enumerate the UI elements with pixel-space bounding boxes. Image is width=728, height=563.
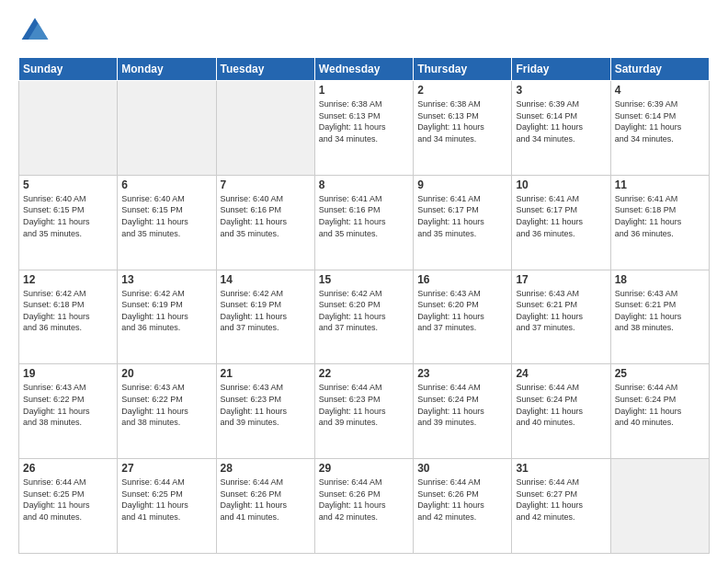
day-info: Sunrise: 6:44 AM Sunset: 6:26 PM Dayligh… xyxy=(319,477,409,523)
calendar-cell: 23Sunrise: 6:44 AM Sunset: 6:24 PM Dayli… xyxy=(414,364,512,459)
day-number: 16 xyxy=(417,273,507,286)
logo-icon xyxy=(18,15,51,48)
calendar-cell: 16Sunrise: 6:43 AM Sunset: 6:20 PM Dayli… xyxy=(414,270,512,364)
calendar-cell: 10Sunrise: 6:41 AM Sunset: 6:17 PM Dayli… xyxy=(512,175,610,270)
calendar-cell: 9Sunrise: 6:41 AM Sunset: 6:17 PM Daylig… xyxy=(414,175,512,270)
day-number: 3 xyxy=(516,84,606,97)
day-number: 19 xyxy=(23,367,113,380)
calendar-cell: 8Sunrise: 6:41 AM Sunset: 6:16 PM Daylig… xyxy=(314,175,413,270)
week-row-2: 5Sunrise: 6:40 AM Sunset: 6:15 PM Daylig… xyxy=(19,175,710,270)
calendar-cell xyxy=(610,459,709,554)
weekday-row: SundayMondayTuesdayWednesdayThursdayFrid… xyxy=(19,58,710,81)
day-info: Sunrise: 6:42 AM Sunset: 6:19 PM Dayligh… xyxy=(221,288,311,334)
calendar-cell: 17Sunrise: 6:43 AM Sunset: 6:21 PM Dayli… xyxy=(512,270,610,364)
day-number: 7 xyxy=(221,178,311,191)
calendar-cell: 30Sunrise: 6:44 AM Sunset: 6:26 PM Dayli… xyxy=(414,459,512,554)
calendar-cell: 27Sunrise: 6:44 AM Sunset: 6:25 PM Dayli… xyxy=(118,459,216,554)
week-row-3: 12Sunrise: 6:42 AM Sunset: 6:18 PM Dayli… xyxy=(19,270,710,364)
week-row-4: 19Sunrise: 6:43 AM Sunset: 6:22 PM Dayli… xyxy=(19,364,710,459)
day-info: Sunrise: 6:40 AM Sunset: 6:15 PM Dayligh… xyxy=(121,193,211,239)
calendar-cell: 13Sunrise: 6:42 AM Sunset: 6:19 PM Dayli… xyxy=(118,270,216,364)
weekday-header-sunday: Sunday xyxy=(19,58,118,81)
day-info: Sunrise: 6:44 AM Sunset: 6:24 PM Dayligh… xyxy=(417,382,507,428)
day-number: 23 xyxy=(417,367,507,380)
calendar-header: SundayMondayTuesdayWednesdayThursdayFrid… xyxy=(19,58,710,81)
weekday-header-thursday: Thursday xyxy=(414,58,512,81)
day-info: Sunrise: 6:42 AM Sunset: 6:18 PM Dayligh… xyxy=(23,288,113,334)
day-info: Sunrise: 6:38 AM Sunset: 6:13 PM Dayligh… xyxy=(417,98,507,144)
day-info: Sunrise: 6:43 AM Sunset: 6:20 PM Dayligh… xyxy=(417,288,507,334)
day-info: Sunrise: 6:39 AM Sunset: 6:14 PM Dayligh… xyxy=(516,98,606,144)
day-number: 25 xyxy=(615,367,705,380)
calendar-cell: 12Sunrise: 6:42 AM Sunset: 6:18 PM Dayli… xyxy=(19,270,118,364)
day-number: 11 xyxy=(615,178,705,191)
day-info: Sunrise: 6:43 AM Sunset: 6:22 PM Dayligh… xyxy=(121,382,211,428)
calendar-cell: 20Sunrise: 6:43 AM Sunset: 6:22 PM Dayli… xyxy=(118,364,216,459)
calendar-cell: 19Sunrise: 6:43 AM Sunset: 6:22 PM Dayli… xyxy=(19,364,118,459)
calendar-cell: 5Sunrise: 6:40 AM Sunset: 6:15 PM Daylig… xyxy=(19,175,118,270)
day-number: 1 xyxy=(319,84,409,97)
calendar-cell: 26Sunrise: 6:44 AM Sunset: 6:25 PM Dayli… xyxy=(19,459,118,554)
day-info: Sunrise: 6:40 AM Sunset: 6:16 PM Dayligh… xyxy=(221,193,311,239)
calendar-table: SundayMondayTuesdayWednesdayThursdayFrid… xyxy=(18,57,710,554)
weekday-header-tuesday: Tuesday xyxy=(216,58,314,81)
day-number: 24 xyxy=(516,367,606,380)
calendar-cell: 22Sunrise: 6:44 AM Sunset: 6:23 PM Dayli… xyxy=(314,364,413,459)
calendar-cell: 29Sunrise: 6:44 AM Sunset: 6:26 PM Dayli… xyxy=(314,459,413,554)
day-number: 31 xyxy=(516,462,606,475)
day-number: 10 xyxy=(516,178,606,191)
day-info: Sunrise: 6:43 AM Sunset: 6:23 PM Dayligh… xyxy=(221,382,311,428)
day-number: 28 xyxy=(221,462,311,475)
day-number: 13 xyxy=(121,273,211,286)
calendar-cell: 2Sunrise: 6:38 AM Sunset: 6:13 PM Daylig… xyxy=(414,81,512,176)
calendar-cell: 21Sunrise: 6:43 AM Sunset: 6:23 PM Dayli… xyxy=(216,364,314,459)
day-number: 18 xyxy=(615,273,705,286)
calendar-cell: 4Sunrise: 6:39 AM Sunset: 6:14 PM Daylig… xyxy=(610,81,709,176)
weekday-header-monday: Monday xyxy=(118,58,216,81)
day-number: 20 xyxy=(121,367,211,380)
calendar-cell xyxy=(216,81,314,176)
day-number: 4 xyxy=(615,84,705,97)
calendar-cell: 25Sunrise: 6:44 AM Sunset: 6:24 PM Dayli… xyxy=(610,364,709,459)
day-number: 14 xyxy=(221,273,311,286)
day-info: Sunrise: 6:41 AM Sunset: 6:16 PM Dayligh… xyxy=(319,193,409,239)
day-info: Sunrise: 6:43 AM Sunset: 6:22 PM Dayligh… xyxy=(23,382,113,428)
day-info: Sunrise: 6:44 AM Sunset: 6:26 PM Dayligh… xyxy=(417,477,507,523)
day-number: 27 xyxy=(121,462,211,475)
day-number: 26 xyxy=(23,462,113,475)
day-info: Sunrise: 6:42 AM Sunset: 6:19 PM Dayligh… xyxy=(121,288,211,334)
calendar-cell: 1Sunrise: 6:38 AM Sunset: 6:13 PM Daylig… xyxy=(314,81,413,176)
day-info: Sunrise: 6:40 AM Sunset: 6:15 PM Dayligh… xyxy=(23,193,113,239)
day-info: Sunrise: 6:44 AM Sunset: 6:24 PM Dayligh… xyxy=(516,382,606,428)
day-number: 8 xyxy=(319,178,409,191)
day-number: 6 xyxy=(121,178,211,191)
day-number: 17 xyxy=(516,273,606,286)
day-info: Sunrise: 6:44 AM Sunset: 6:25 PM Dayligh… xyxy=(23,477,113,523)
calendar-cell: 24Sunrise: 6:44 AM Sunset: 6:24 PM Dayli… xyxy=(512,364,610,459)
day-info: Sunrise: 6:43 AM Sunset: 6:21 PM Dayligh… xyxy=(516,288,606,334)
day-number: 9 xyxy=(417,178,507,191)
calendar-cell: 28Sunrise: 6:44 AM Sunset: 6:26 PM Dayli… xyxy=(216,459,314,554)
day-number: 12 xyxy=(23,273,113,286)
day-info: Sunrise: 6:44 AM Sunset: 6:27 PM Dayligh… xyxy=(516,477,606,523)
day-info: Sunrise: 6:38 AM Sunset: 6:13 PM Dayligh… xyxy=(319,98,409,144)
weekday-header-wednesday: Wednesday xyxy=(314,58,413,81)
day-info: Sunrise: 6:42 AM Sunset: 6:20 PM Dayligh… xyxy=(319,288,409,334)
weekday-header-friday: Friday xyxy=(512,58,610,81)
day-info: Sunrise: 6:43 AM Sunset: 6:21 PM Dayligh… xyxy=(615,288,705,334)
day-info: Sunrise: 6:44 AM Sunset: 6:24 PM Dayligh… xyxy=(615,382,705,428)
calendar-cell: 6Sunrise: 6:40 AM Sunset: 6:15 PM Daylig… xyxy=(118,175,216,270)
calendar-cell: 15Sunrise: 6:42 AM Sunset: 6:20 PM Dayli… xyxy=(314,270,413,364)
week-row-1: 1Sunrise: 6:38 AM Sunset: 6:13 PM Daylig… xyxy=(19,81,710,176)
calendar-cell: 3Sunrise: 6:39 AM Sunset: 6:14 PM Daylig… xyxy=(512,81,610,176)
calendar-cell: 14Sunrise: 6:42 AM Sunset: 6:19 PM Dayli… xyxy=(216,270,314,364)
calendar-cell xyxy=(19,81,118,176)
day-number: 15 xyxy=(319,273,409,286)
week-row-5: 26Sunrise: 6:44 AM Sunset: 6:25 PM Dayli… xyxy=(19,459,710,554)
day-info: Sunrise: 6:41 AM Sunset: 6:17 PM Dayligh… xyxy=(516,193,606,239)
day-number: 29 xyxy=(319,462,409,475)
day-number: 22 xyxy=(319,367,409,380)
logo xyxy=(18,15,55,48)
calendar-body: 1Sunrise: 6:38 AM Sunset: 6:13 PM Daylig… xyxy=(19,81,710,554)
day-info: Sunrise: 6:44 AM Sunset: 6:23 PM Dayligh… xyxy=(319,382,409,428)
